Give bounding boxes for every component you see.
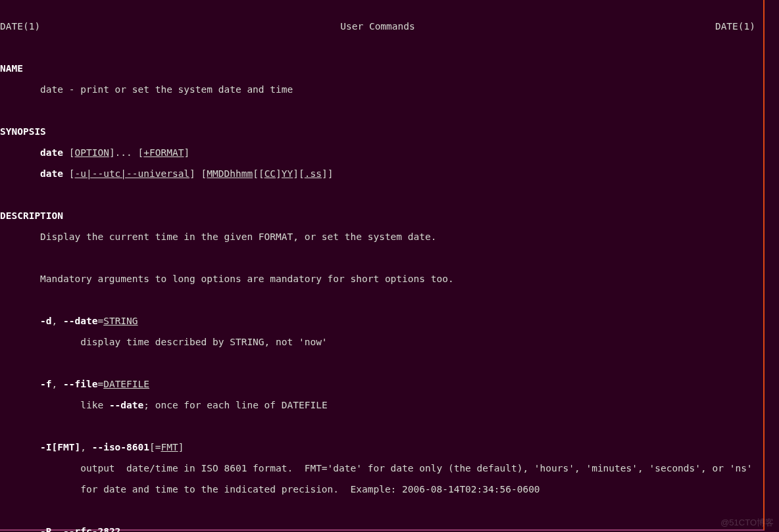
opt-d-long: --date <box>63 316 97 326</box>
opt-d-flag: -d <box>40 316 51 326</box>
section-description-label: DESCRIPTION <box>0 210 63 221</box>
terminal-viewport[interactable]: DATE(1)User CommandsDATE(1) NAME date - … <box>0 0 765 531</box>
desc-line1: Display the current time in the given FO… <box>40 231 436 242</box>
section-synopsis-label: SYNOPSIS <box>0 126 46 137</box>
opt-f-long: --file <box>63 379 97 389</box>
opt-R-flag: -R <box>40 526 51 532</box>
synopsis-cmd1: date <box>40 147 63 158</box>
opt-d-arg: STRING <box>103 316 138 326</box>
opt-f-desc-pre: like <box>80 400 109 410</box>
desc-line2: Mandatory arguments to long options are … <box>40 274 454 284</box>
name-text: date - print or set the system date and … <box>40 84 293 95</box>
section-name-label: NAME <box>0 63 23 74</box>
opt-d-desc: display time described by STRING, not 'n… <box>80 337 327 347</box>
synopsis-yy: YY <box>282 168 293 179</box>
opt-f-desc-bold: --date <box>109 400 143 410</box>
synopsis-u: -u|--utc|--universal <box>75 168 190 179</box>
opt-I-flag: -I[FMT] <box>40 442 80 452</box>
header-right: DATE(1) <box>503 21 763 32</box>
opt-f-arg: DATEFILE <box>103 379 149 389</box>
opt-f-desc-post: ; once for each line of DATEFILE <box>143 400 327 410</box>
synopsis-format: +FORMAT <box>143 147 184 158</box>
opt-I-desc2: for date and time to the indicated preci… <box>80 484 540 495</box>
watermark: @51CTO博客 <box>720 518 774 528</box>
synopsis-option: OPTION <box>75 147 109 158</box>
manpage-content: DATE(1)User CommandsDATE(1) NAME date - … <box>0 11 763 532</box>
opt-R-long: --rfc-2822 <box>63 526 120 532</box>
synopsis-cmd2: date <box>40 168 63 179</box>
synopsis-mmdd: MMDDhhmm <box>207 168 253 179</box>
header-left: DATE(1) <box>0 21 252 32</box>
synopsis-ss: .ss <box>305 168 322 179</box>
opt-f-flag: -f <box>40 379 51 389</box>
opt-I-arg: FMT <box>161 442 178 452</box>
opt-I-long: --iso-8601 <box>92 442 149 452</box>
header-center: User Commands <box>252 21 504 32</box>
synopsis-cc: CC <box>264 168 276 179</box>
opt-I-desc1: output date/time in ISO 8601 format. FMT… <box>80 463 752 473</box>
man-header: DATE(1)User CommandsDATE(1) <box>0 21 763 32</box>
